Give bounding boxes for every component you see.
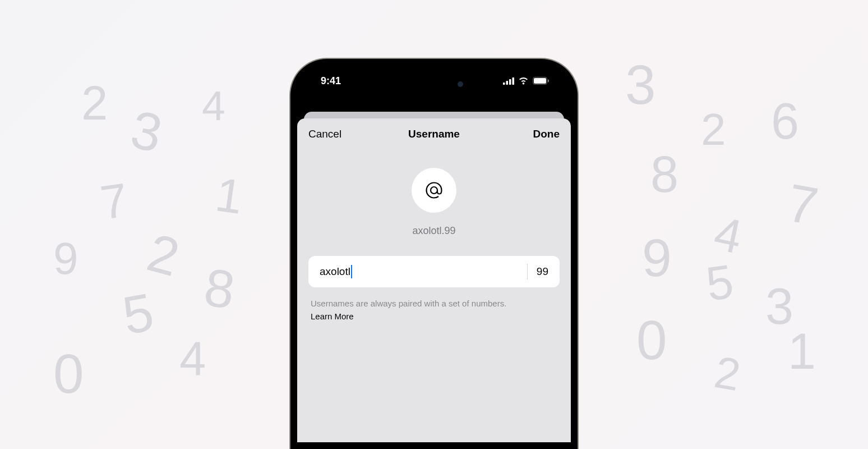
bg-number: 2	[141, 222, 186, 288]
input-divider	[527, 264, 528, 280]
bg-number: 5	[118, 281, 158, 347]
bg-number: 1	[788, 323, 816, 381]
bg-number: 6	[771, 93, 799, 150]
bg-number: 0	[53, 342, 84, 406]
page-title: Username	[408, 128, 460, 140]
bg-number: 4	[202, 81, 225, 130]
done-button[interactable]: Done	[533, 128, 560, 140]
dynamic-island	[395, 74, 473, 95]
username-input[interactable]: axolotl	[320, 265, 523, 278]
at-icon	[424, 180, 444, 200]
bg-number: 7	[783, 172, 823, 237]
bg-number: 3	[126, 99, 167, 165]
nav-bar: Cancel Username Done	[297, 118, 571, 150]
bg-number: 1	[212, 167, 246, 225]
svg-rect-1	[506, 81, 509, 85]
help-text: Usernames are always paired with a set o…	[308, 297, 560, 323]
bg-number: 4	[709, 205, 747, 265]
username-suffix: 99	[537, 265, 548, 278]
bg-number: 2	[701, 104, 726, 155]
status-time: 9:41	[321, 75, 341, 87]
bg-number: 8	[201, 256, 238, 321]
bg-number: 7	[97, 172, 131, 231]
phone-frame: 9:41 Can	[290, 59, 578, 449]
phone-screen: 9:41 Can	[297, 66, 571, 442]
wifi-icon	[518, 77, 529, 85]
cancel-button[interactable]: Cancel	[308, 128, 341, 140]
username-input-value: axolotl	[320, 265, 350, 278]
svg-rect-6	[548, 80, 549, 83]
svg-point-7	[431, 187, 437, 194]
bg-number: 5	[703, 254, 736, 312]
bg-number: 3	[625, 53, 656, 117]
cellular-icon	[503, 77, 514, 85]
bg-number: 4	[179, 331, 206, 386]
bg-number: 3	[765, 278, 793, 336]
svg-rect-2	[509, 79, 511, 85]
username-preview: axolotl.99	[412, 225, 455, 237]
bg-number: 0	[636, 309, 667, 372]
modal-sheet: Cancel Username Done axolotl.99 axolotl	[297, 118, 571, 442]
at-icon-circle	[412, 168, 456, 213]
learn-more-link[interactable]: Learn More	[311, 311, 354, 321]
sheet-content: axolotl.99 axolotl 99 Usernames are alwa…	[297, 150, 571, 323]
svg-rect-5	[534, 78, 546, 84]
bg-number: 2	[710, 346, 744, 401]
help-description: Usernames are always paired with a set o…	[311, 299, 506, 308]
text-cursor	[351, 265, 352, 278]
bg-number: 8	[650, 146, 678, 204]
bg-number: 2	[81, 76, 108, 131]
battery-icon	[533, 77, 550, 85]
username-input-row[interactable]: axolotl 99	[308, 256, 560, 287]
status-icons	[503, 77, 550, 85]
svg-rect-3	[513, 77, 515, 85]
svg-rect-0	[503, 83, 505, 85]
bg-number: 9	[53, 233, 79, 285]
bg-number: 9	[642, 227, 672, 288]
